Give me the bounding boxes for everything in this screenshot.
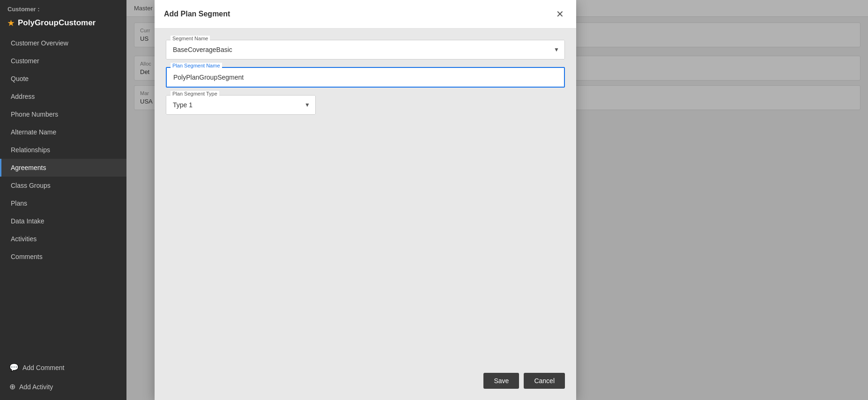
- sidebar-item-agreements[interactable]: Agreements: [0, 159, 126, 177]
- sidebar: Customer : ★ PolyGroupCustomer Customer …: [0, 0, 126, 400]
- sidebar-item-relationships[interactable]: Relationships: [0, 141, 126, 159]
- add-activity-label: Add Activity: [19, 383, 53, 391]
- sidebar-item-alternate-name[interactable]: Alternate Name: [0, 123, 126, 141]
- add-activity-action[interactable]: ⊕ Add Activity: [0, 377, 126, 396]
- cancel-button[interactable]: Cancel: [524, 373, 565, 389]
- plan-segment-type-field: Plan Segment Type Type 1 Type 2 Type 3 ▼: [166, 95, 316, 115]
- plus-circle-icon: ⊕: [9, 382, 15, 391]
- add-plan-segment-modal: Add Plan Segment ✕ Segment Name BaseCove…: [155, 0, 576, 400]
- plan-segment-type-label: Plan Segment Type: [171, 91, 219, 96]
- add-comment-label: Add Comment: [22, 364, 64, 371]
- modal-body: Segment Name BaseCoverageBasic ▼ Plan Se…: [155, 29, 576, 400]
- sidebar-item-phone-numbers[interactable]: Phone Numbers: [0, 105, 126, 123]
- sidebar-item-address[interactable]: Address: [0, 88, 126, 105]
- sidebar-item-activities[interactable]: Activities: [0, 230, 126, 248]
- save-button[interactable]: Save: [483, 373, 519, 389]
- plan-segment-name-label: Plan Segment Name: [171, 63, 222, 68]
- sidebar-item-data-intake[interactable]: Data Intake: [0, 212, 126, 230]
- sidebar-item-customer-overview[interactable]: Customer Overview: [0, 34, 126, 52]
- sidebar-item-quote[interactable]: Quote: [0, 70, 126, 88]
- segment-name-select[interactable]: BaseCoverageBasic: [166, 40, 565, 59]
- sidebar-customer-name: PolyGroupCustomer: [18, 18, 96, 28]
- plan-segment-type-select[interactable]: Type 1 Type 2 Type 3: [166, 95, 316, 115]
- sidebar-item-plans[interactable]: Plans: [0, 194, 126, 212]
- add-comment-action[interactable]: 💬 Add Comment: [0, 358, 126, 377]
- sidebar-item-class-groups[interactable]: Class Groups: [0, 177, 126, 194]
- modal-header: Add Plan Segment ✕: [155, 0, 576, 29]
- sidebar-title: ★ PolyGroupCustomer: [0, 16, 126, 34]
- modal-footer: Save Cancel: [166, 363, 565, 389]
- modal-close-button[interactable]: ✕: [553, 7, 567, 21]
- modal-title: Add Plan Segment: [164, 10, 230, 18]
- modal-overlay: Add Plan Segment ✕ Segment Name BaseCove…: [126, 0, 868, 400]
- sidebar-header: Customer :: [0, 0, 126, 16]
- segment-name-label: Segment Name: [171, 36, 210, 41]
- sidebar-bottom: 💬 Add Comment ⊕ Add Activity: [0, 354, 126, 400]
- main-content: Master Curr US Alloc Det Mar USA: [126, 0, 868, 400]
- plan-segment-name-input[interactable]: [166, 67, 565, 88]
- plan-segment-name-field: Plan Segment Name: [166, 67, 565, 88]
- segment-name-field: Segment Name BaseCoverageBasic ▼: [166, 40, 565, 59]
- star-icon: ★: [7, 19, 14, 28]
- sidebar-item-customer[interactable]: Customer: [0, 52, 126, 70]
- sidebar-item-comments[interactable]: Comments: [0, 248, 126, 266]
- comment-icon: 💬: [9, 363, 19, 372]
